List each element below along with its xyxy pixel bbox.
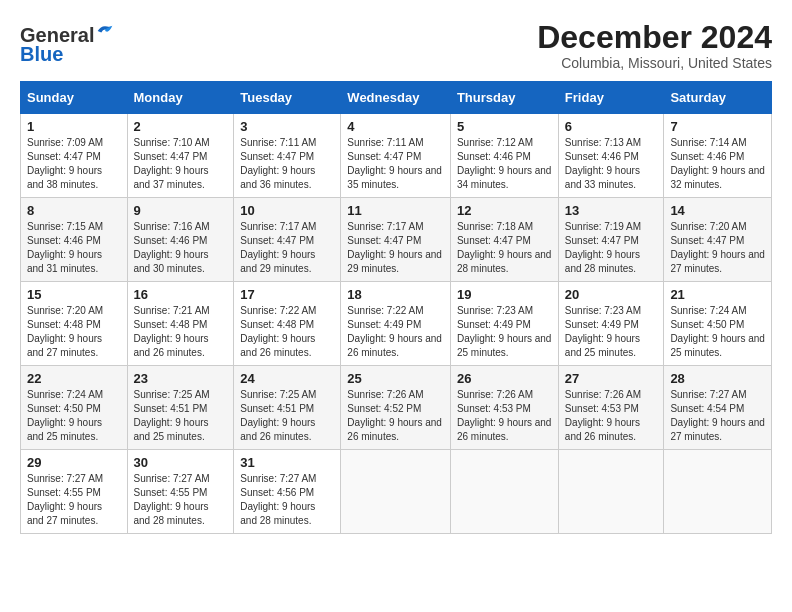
day-info: Sunrise: 7:27 AM Sunset: 4:54 PM Dayligh… [670,388,765,444]
calendar-cell: 29 Sunrise: 7:27 AM Sunset: 4:55 PM Dayl… [21,450,128,534]
day-info: Sunrise: 7:13 AM Sunset: 4:46 PM Dayligh… [565,136,658,192]
day-number: 19 [457,287,552,302]
day-info: Sunrise: 7:25 AM Sunset: 4:51 PM Dayligh… [240,388,334,444]
weekday-header: Tuesday [234,82,341,114]
day-info: Sunrise: 7:20 AM Sunset: 4:48 PM Dayligh… [27,304,121,360]
day-info: Sunrise: 7:24 AM Sunset: 4:50 PM Dayligh… [670,304,765,360]
day-number: 5 [457,119,552,134]
weekday-header: Sunday [21,82,128,114]
calendar-cell: 14 Sunrise: 7:20 AM Sunset: 4:47 PM Dayl… [664,198,772,282]
day-number: 9 [134,203,228,218]
calendar-cell: 27 Sunrise: 7:26 AM Sunset: 4:53 PM Dayl… [558,366,664,450]
header: General Blue December 2024 Columbia, Mis… [20,20,772,71]
calendar-cell: 25 Sunrise: 7:26 AM Sunset: 4:52 PM Dayl… [341,366,451,450]
day-info: Sunrise: 7:12 AM Sunset: 4:46 PM Dayligh… [457,136,552,192]
weekday-header: Wednesday [341,82,451,114]
day-number: 24 [240,371,334,386]
calendar-cell: 6 Sunrise: 7:13 AM Sunset: 4:46 PM Dayli… [558,114,664,198]
day-info: Sunrise: 7:27 AM Sunset: 4:56 PM Dayligh… [240,472,334,528]
calendar-cell: 9 Sunrise: 7:16 AM Sunset: 4:46 PM Dayli… [127,198,234,282]
calendar-cell [450,450,558,534]
day-number: 10 [240,203,334,218]
calendar-cell: 19 Sunrise: 7:23 AM Sunset: 4:49 PM Dayl… [450,282,558,366]
calendar-cell: 11 Sunrise: 7:17 AM Sunset: 4:47 PM Dayl… [341,198,451,282]
day-number: 4 [347,119,444,134]
day-number: 31 [240,455,334,470]
day-info: Sunrise: 7:26 AM Sunset: 4:53 PM Dayligh… [565,388,658,444]
calendar-cell: 2 Sunrise: 7:10 AM Sunset: 4:47 PM Dayli… [127,114,234,198]
calendar-week-row: 22 Sunrise: 7:24 AM Sunset: 4:50 PM Dayl… [21,366,772,450]
calendar-week-row: 8 Sunrise: 7:15 AM Sunset: 4:46 PM Dayli… [21,198,772,282]
day-number: 22 [27,371,121,386]
weekday-header: Saturday [664,82,772,114]
day-info: Sunrise: 7:24 AM Sunset: 4:50 PM Dayligh… [27,388,121,444]
calendar-cell: 31 Sunrise: 7:27 AM Sunset: 4:56 PM Dayl… [234,450,341,534]
calendar-cell: 21 Sunrise: 7:24 AM Sunset: 4:50 PM Dayl… [664,282,772,366]
day-number: 13 [565,203,658,218]
bird-icon [94,20,116,42]
calendar-cell: 23 Sunrise: 7:25 AM Sunset: 4:51 PM Dayl… [127,366,234,450]
calendar-cell: 1 Sunrise: 7:09 AM Sunset: 4:47 PM Dayli… [21,114,128,198]
calendar-table: SundayMondayTuesdayWednesdayThursdayFrid… [20,81,772,534]
title-area: December 2024 Columbia, Missouri, United… [537,20,772,71]
day-number: 20 [565,287,658,302]
weekday-header: Friday [558,82,664,114]
day-info: Sunrise: 7:15 AM Sunset: 4:46 PM Dayligh… [27,220,121,276]
calendar-cell: 13 Sunrise: 7:19 AM Sunset: 4:47 PM Dayl… [558,198,664,282]
calendar-week-row: 1 Sunrise: 7:09 AM Sunset: 4:47 PM Dayli… [21,114,772,198]
calendar-cell: 26 Sunrise: 7:26 AM Sunset: 4:53 PM Dayl… [450,366,558,450]
day-number: 23 [134,371,228,386]
calendar-cell: 12 Sunrise: 7:18 AM Sunset: 4:47 PM Dayl… [450,198,558,282]
day-info: Sunrise: 7:14 AM Sunset: 4:46 PM Dayligh… [670,136,765,192]
calendar-cell: 7 Sunrise: 7:14 AM Sunset: 4:46 PM Dayli… [664,114,772,198]
day-number: 7 [670,119,765,134]
page-subtitle: Columbia, Missouri, United States [537,55,772,71]
calendar-cell: 28 Sunrise: 7:27 AM Sunset: 4:54 PM Dayl… [664,366,772,450]
calendar-cell: 18 Sunrise: 7:22 AM Sunset: 4:49 PM Dayl… [341,282,451,366]
day-number: 18 [347,287,444,302]
day-info: Sunrise: 7:17 AM Sunset: 4:47 PM Dayligh… [240,220,334,276]
day-number: 26 [457,371,552,386]
calendar-cell: 5 Sunrise: 7:12 AM Sunset: 4:46 PM Dayli… [450,114,558,198]
day-number: 11 [347,203,444,218]
day-info: Sunrise: 7:21 AM Sunset: 4:48 PM Dayligh… [134,304,228,360]
logo: General Blue [20,20,116,66]
day-info: Sunrise: 7:10 AM Sunset: 4:47 PM Dayligh… [134,136,228,192]
day-number: 28 [670,371,765,386]
day-number: 12 [457,203,552,218]
calendar-cell: 24 Sunrise: 7:25 AM Sunset: 4:51 PM Dayl… [234,366,341,450]
day-info: Sunrise: 7:11 AM Sunset: 4:47 PM Dayligh… [347,136,444,192]
day-number: 27 [565,371,658,386]
page-title: December 2024 [537,20,772,55]
day-info: Sunrise: 7:25 AM Sunset: 4:51 PM Dayligh… [134,388,228,444]
calendar-cell: 16 Sunrise: 7:21 AM Sunset: 4:48 PM Dayl… [127,282,234,366]
logo-blue-text: Blue [20,43,63,66]
calendar-cell [558,450,664,534]
day-number: 6 [565,119,658,134]
day-number: 2 [134,119,228,134]
calendar-cell: 17 Sunrise: 7:22 AM Sunset: 4:48 PM Dayl… [234,282,341,366]
weekday-header: Monday [127,82,234,114]
calendar-cell: 4 Sunrise: 7:11 AM Sunset: 4:47 PM Dayli… [341,114,451,198]
day-info: Sunrise: 7:23 AM Sunset: 4:49 PM Dayligh… [565,304,658,360]
day-info: Sunrise: 7:09 AM Sunset: 4:47 PM Dayligh… [27,136,121,192]
calendar-week-row: 15 Sunrise: 7:20 AM Sunset: 4:48 PM Dayl… [21,282,772,366]
calendar-week-row: 29 Sunrise: 7:27 AM Sunset: 4:55 PM Dayl… [21,450,772,534]
calendar-cell: 22 Sunrise: 7:24 AM Sunset: 4:50 PM Dayl… [21,366,128,450]
day-info: Sunrise: 7:17 AM Sunset: 4:47 PM Dayligh… [347,220,444,276]
day-info: Sunrise: 7:16 AM Sunset: 4:46 PM Dayligh… [134,220,228,276]
calendar-cell [664,450,772,534]
day-info: Sunrise: 7:27 AM Sunset: 4:55 PM Dayligh… [27,472,121,528]
calendar-cell: 15 Sunrise: 7:20 AM Sunset: 4:48 PM Dayl… [21,282,128,366]
day-info: Sunrise: 7:27 AM Sunset: 4:55 PM Dayligh… [134,472,228,528]
calendar-cell: 20 Sunrise: 7:23 AM Sunset: 4:49 PM Dayl… [558,282,664,366]
day-info: Sunrise: 7:22 AM Sunset: 4:48 PM Dayligh… [240,304,334,360]
day-info: Sunrise: 7:11 AM Sunset: 4:47 PM Dayligh… [240,136,334,192]
calendar-header-row: SundayMondayTuesdayWednesdayThursdayFrid… [21,82,772,114]
day-number: 3 [240,119,334,134]
calendar-cell: 30 Sunrise: 7:27 AM Sunset: 4:55 PM Dayl… [127,450,234,534]
calendar-cell: 8 Sunrise: 7:15 AM Sunset: 4:46 PM Dayli… [21,198,128,282]
day-info: Sunrise: 7:22 AM Sunset: 4:49 PM Dayligh… [347,304,444,360]
weekday-header: Thursday [450,82,558,114]
day-number: 29 [27,455,121,470]
